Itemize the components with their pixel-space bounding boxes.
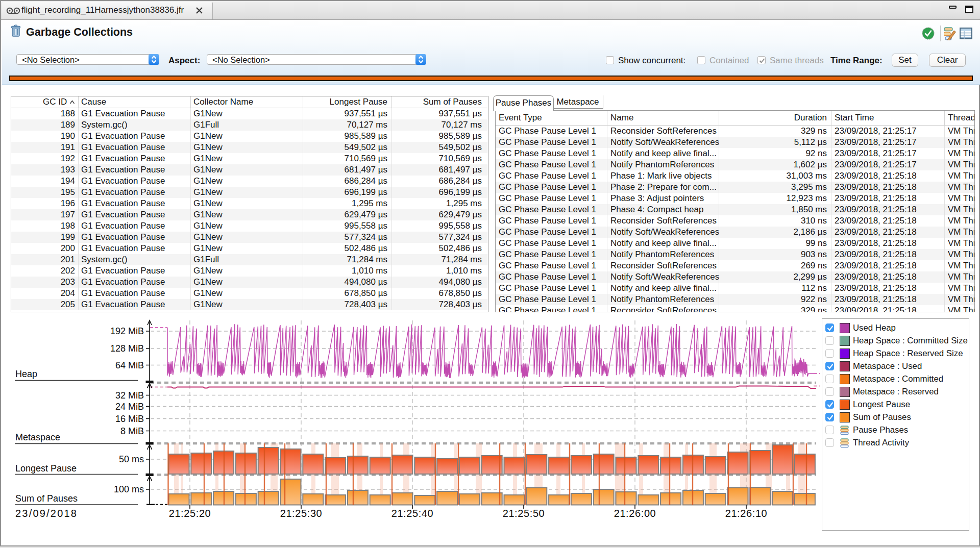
svg-text:21:26:10: 21:26:10 <box>725 508 768 519</box>
svg-text:16 MiB: 16 MiB <box>115 414 144 424</box>
svg-text:24 MiB: 24 MiB <box>115 402 144 412</box>
svg-text:8 MiB: 8 MiB <box>120 426 144 436</box>
svg-text:50 ms: 50 ms <box>119 454 144 464</box>
svg-text:100 ms: 100 ms <box>114 484 144 494</box>
svg-text:Longest Pause: Longest Pause <box>15 463 77 474</box>
svg-text:23/09/2018: 23/09/2018 <box>15 508 78 519</box>
svg-text:21:25:50: 21:25:50 <box>503 508 545 519</box>
svg-text:Metaspace: Metaspace <box>15 432 60 442</box>
svg-text:21:25:20: 21:25:20 <box>169 508 211 519</box>
svg-text:64 MiB: 64 MiB <box>115 360 144 370</box>
svg-text:Heap: Heap <box>15 369 37 379</box>
svg-text:21:26:00: 21:26:00 <box>614 508 656 519</box>
svg-text:Sum of Pauses: Sum of Pauses <box>15 493 78 504</box>
svg-text:32 MiB: 32 MiB <box>115 390 144 401</box>
svg-text:192 MiB: 192 MiB <box>110 326 144 336</box>
svg-text:21:25:30: 21:25:30 <box>280 508 323 519</box>
svg-text:21:25:40: 21:25:40 <box>391 508 434 519</box>
svg-text:128 MiB: 128 MiB <box>110 343 144 354</box>
